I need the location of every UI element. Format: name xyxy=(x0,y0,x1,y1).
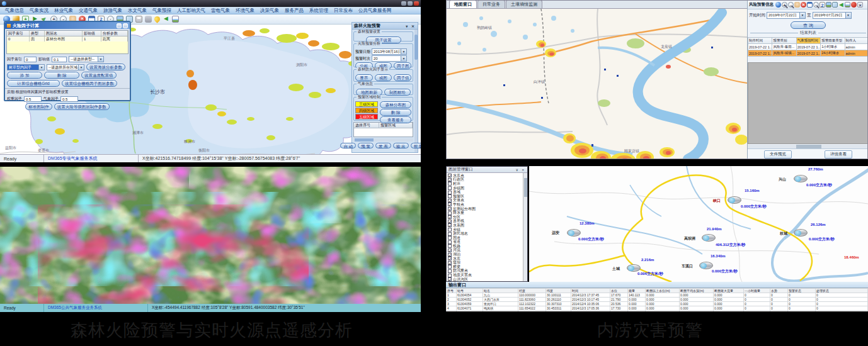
end-date-select[interactable]: 2019年07月29日▼ xyxy=(813,12,852,19)
layer-checkbox[interactable] xyxy=(448,232,452,236)
warning-level-chip[interactable]: 四级区域 xyxy=(355,108,378,113)
hand-icon[interactable] xyxy=(794,2,800,8)
menu-item[interactable]: 人工影响天气 xyxy=(177,8,205,14)
altitude-params-button[interactable]: 设置海拔分析参数 xyxy=(86,64,125,70)
warning-level-chip[interactable]: 五级区域 xyxy=(355,114,378,120)
add-button[interactable]: 添 加 xyxy=(7,72,42,79)
print-icon[interactable] xyxy=(135,16,142,23)
panel-action-button[interactable]: 输 出 xyxy=(393,143,409,148)
weight2-input[interactable]: 0.5 xyxy=(60,96,78,102)
menu-item[interactable]: 决策气象 xyxy=(260,8,279,14)
layer-checkbox[interactable] xyxy=(448,174,452,177)
layer-panel-buttons[interactable]: ∨ × xyxy=(515,167,525,172)
start-date-select[interactable]: 2019年07月22日▼ xyxy=(767,12,806,19)
dialog-titlebar[interactable]: 火险因子计算 xyxy=(5,22,130,29)
query-button[interactable]: 查 询 xyxy=(791,21,826,29)
weight1-input[interactable]: 0.5 xyxy=(24,96,42,102)
chart-icon[interactable] xyxy=(172,16,179,23)
flood-risk-map[interactable]: 鸦鹊岭镇龙泉镇白洋镇顾家店镇 xyxy=(447,9,747,159)
display-button[interactable]: 显示 xyxy=(355,74,373,81)
status-system-link[interactable]: DM365专项气象服务系统 xyxy=(44,155,139,162)
layer-checkbox[interactable] xyxy=(448,182,452,186)
warning-region-table[interactable]: 选择序号 预警区域 xyxy=(353,122,413,137)
chart-icon[interactable] xyxy=(845,2,850,8)
compute-grid-button[interactable]: 计算综合栅格Grid xyxy=(7,80,60,87)
panel-bottom-button[interactable]: 文件预览 xyxy=(764,150,792,159)
maximize-button[interactable] xyxy=(408,1,413,6)
panel-pin-close-icons[interactable]: ▾ ✕ xyxy=(406,24,416,28)
station-gauge-icon[interactable] xyxy=(728,196,741,204)
factor-select[interactable]: 树草型内因子▼ xyxy=(7,64,45,70)
factor-row[interactable]: 0 面 森林分布图 1 距离 xyxy=(7,36,128,42)
weather-button[interactable]: 制图标绘 xyxy=(384,89,411,96)
factor-table[interactable]: 因子索引 类型 图层名 影响值 分析参数 0 面 森林分布图 1 距离 xyxy=(6,30,128,54)
panel-bottom-button[interactable]: 详情查看 xyxy=(825,150,852,159)
menu-item[interactable]: 气象预报 xyxy=(152,8,171,14)
layer-checkbox[interactable] xyxy=(448,191,452,194)
layer-row[interactable]: 山洪沟区 xyxy=(448,277,523,281)
close-button[interactable] xyxy=(414,1,419,6)
menu-item[interactable]: 雷电气象 xyxy=(211,8,230,14)
warning-level-chip[interactable]: 三级区域 xyxy=(355,101,378,107)
station-gauge-icon[interactable] xyxy=(699,262,713,269)
menu-item[interactable]: 环境气象 xyxy=(236,8,254,14)
station-map[interactable]: 远安 12.380m 0.000立方米/秒 峡口 15.160m 0.000立方… xyxy=(529,166,868,282)
layer-checkbox[interactable] xyxy=(448,203,452,206)
layer-checkbox[interactable] xyxy=(448,194,452,198)
standard-map-button[interactable]: 标准图制作 xyxy=(25,103,52,110)
panel-action-button[interactable]: 帮 助 xyxy=(411,143,421,148)
layer-checkbox[interactable] xyxy=(448,261,452,265)
layer-checkbox[interactable] xyxy=(448,220,452,223)
layer-checkbox[interactable] xyxy=(448,274,452,277)
result-row[interactable]: 2019-07-22 1...风险库-暴雨...2019-07-22 1...1… xyxy=(748,44,868,50)
globe-icon[interactable] xyxy=(775,2,781,8)
delete-button[interactable]: 删 除 xyxy=(44,72,79,79)
window-icon[interactable] xyxy=(807,2,813,8)
layer-checkbox[interactable] xyxy=(448,269,452,273)
menu-item[interactable]: 旅游气象 xyxy=(103,8,122,14)
analysis-button[interactable]: 因子图 xyxy=(394,62,411,69)
grid-params-button[interactable]: 设置综合栅格因子图层参数 xyxy=(62,80,117,87)
risk-level-params-button[interactable]: 设置火险等级图层制作参数 xyxy=(54,103,110,110)
layer-checkbox[interactable] xyxy=(448,178,452,182)
layer-checkbox[interactable] xyxy=(448,253,452,257)
region-draw-button[interactable]: 删 除 xyxy=(380,109,411,116)
output-row[interactable]: 261304052大西门水库111.82306030.261110 2014/1… xyxy=(447,298,868,302)
minimize-button[interactable] xyxy=(401,1,406,6)
search-icon[interactable] xyxy=(813,2,819,8)
layer-checkbox[interactable] xyxy=(448,223,452,227)
output-row[interactable]: 561304064洋坪110.10564430.209157 2014/12/3… xyxy=(447,311,868,312)
back-icon[interactable] xyxy=(163,16,169,23)
panel-scrollbar[interactable] xyxy=(414,30,418,152)
region-draw-button[interactable]: 查看服务 xyxy=(380,116,411,123)
panel-action-button[interactable]: 自 动 xyxy=(340,143,356,148)
layer-checkbox[interactable] xyxy=(448,228,452,232)
layer-checkbox[interactable] xyxy=(448,277,452,281)
dialog-minimize-button[interactable] xyxy=(117,23,122,28)
menu-item[interactable]: 交通气象 xyxy=(79,8,98,14)
zoom-out-icon[interactable] xyxy=(788,2,794,8)
station-gauge-icon[interactable] xyxy=(702,234,716,242)
type-select[interactable]: --请选择类型--▼ xyxy=(69,56,104,62)
pin-icon[interactable] xyxy=(153,15,161,23)
menu-item[interactable]: 日常发布 xyxy=(334,8,353,14)
station-gauge-icon[interactable] xyxy=(567,229,581,237)
back-icon[interactable] xyxy=(838,2,844,8)
panel-action-button[interactable]: 预 警 xyxy=(358,143,374,148)
menu-item[interactable]: 气象信息 xyxy=(5,8,24,14)
layer-checkbox[interactable] xyxy=(448,257,452,260)
display-button[interactable]: 成图 xyxy=(375,74,392,81)
map-tab[interactable]: 地图窗口 xyxy=(449,0,477,8)
warn-date-select[interactable]: 2013年08月16日▼ xyxy=(372,48,407,55)
zoom-in-icon[interactable] xyxy=(782,2,787,8)
status-system-link[interactable]: DM365公共气象服务业务系统 xyxy=(44,304,148,312)
map-tab[interactable]: 土壤墒情监测 xyxy=(506,0,542,8)
layer-checkbox[interactable] xyxy=(448,186,452,190)
menu-item[interactable]: 林业气象 xyxy=(54,8,73,14)
menu-item[interactable]: 系统管理 xyxy=(309,8,328,14)
impact-input[interactable]: 0.1 xyxy=(52,57,67,62)
station-gauge-icon[interactable] xyxy=(794,229,808,237)
dialog-close-button[interactable] xyxy=(123,23,128,28)
region-select[interactable]: --请选择所在区域--▼ xyxy=(47,64,84,70)
panel-action-button[interactable]: 发 布 xyxy=(375,143,391,148)
